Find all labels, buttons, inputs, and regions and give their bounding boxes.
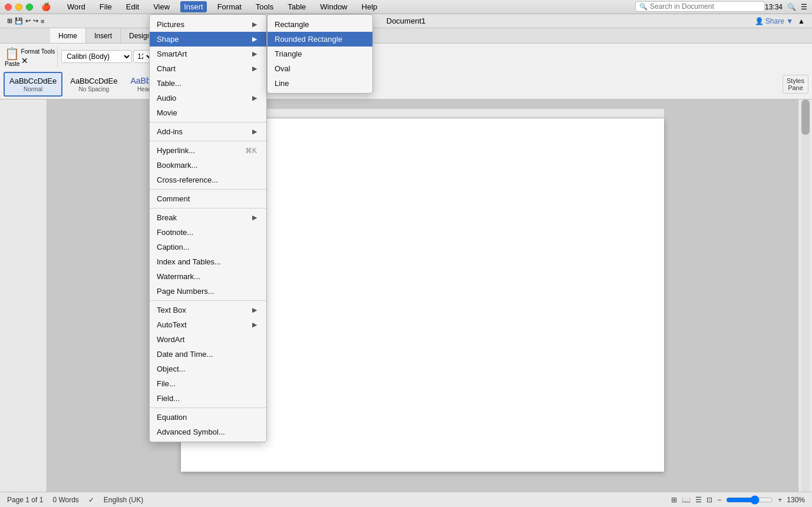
menu-item-crossref[interactable]: Cross-reference...	[150, 173, 266, 187]
tab-insert[interactable]: Insert	[86, 28, 121, 43]
menu-icon[interactable]: ☰	[801, 3, 807, 11]
statusbar: Page 1 of 1 0 Words ✓ English (UK) ⊞ 📖 ☰…	[0, 492, 812, 507]
menu-item-hyperlink[interactable]: Hyperlink... ⌘K	[150, 143, 266, 158]
search-magnify-icon: 🔍	[639, 3, 648, 11]
menubar-help[interactable]: Help	[358, 1, 381, 12]
focus-view-icon[interactable]: ⊡	[707, 496, 712, 504]
document-title: Document1	[387, 16, 425, 25]
statusbar-right: ⊞ 📖 ☰ ⊡ − + 130%	[671, 495, 805, 505]
submenu-oval[interactable]: Oval	[268, 61, 372, 76]
menu-item-movie[interactable]: Movie	[150, 105, 266, 120]
share-button[interactable]: 👤 Share ▼	[755, 17, 794, 25]
menubar-word[interactable]: Word	[64, 1, 89, 12]
menu-item-wordart[interactable]: WordArt	[150, 332, 266, 347]
separator-2	[150, 141, 266, 141]
menu-item-textbox[interactable]: Text Box ▶	[150, 303, 266, 317]
menu-item-audio[interactable]: Audio ▶	[150, 91, 266, 105]
maximize-button[interactable]	[26, 4, 33, 11]
menu-item-pagenumbers[interactable]: Page Numbers...	[150, 284, 266, 299]
styles-pane-button[interactable]: StylesPane	[783, 75, 808, 94]
menubar-view[interactable]: View	[150, 1, 173, 12]
zoom-level: 130%	[787, 496, 805, 504]
read-view-icon[interactable]: 📖	[682, 496, 691, 504]
toolbar-area: Document1 👤 Share ▼ ▲ ⊞ 💾 ↩ ↪ ≡ Home Ins…	[0, 14, 812, 100]
menu-item-shape[interactable]: Shape ▶	[150, 32, 266, 47]
menu-item-comment[interactable]: Comment	[150, 191, 266, 206]
close-button[interactable]	[5, 4, 12, 11]
minimize-button[interactable]	[15, 4, 22, 11]
style-normal[interactable]: AaBbCcDdEe Normal	[4, 72, 62, 97]
menu-item-addins[interactable]: Add-ins ▶	[150, 124, 266, 139]
menu-item-table[interactable]: Table...	[150, 76, 266, 91]
separator-4	[150, 208, 266, 208]
layout-view-icon[interactable]: ⊞	[671, 496, 677, 504]
word-count: 0 Words	[52, 496, 78, 504]
style-nospace-text: AaBbCcDdEe	[70, 77, 117, 85]
page-count: Page 1 of 1	[7, 496, 43, 504]
left-sidebar	[0, 100, 47, 506]
menu-item-break[interactable]: Break ▶	[150, 210, 266, 225]
menu-item-index[interactable]: Index and Tables...	[150, 254, 266, 269]
separator-3	[150, 189, 266, 190]
menu-item-equation[interactable]: Equation	[150, 410, 266, 425]
submenu-triangle[interactable]: Triangle	[268, 47, 372, 61]
menu-item-smartart[interactable]: SmartArt ▶	[150, 47, 266, 61]
menubar-format[interactable]: Format	[214, 1, 245, 12]
menu-item-autotext[interactable]: AutoText ▶	[150, 317, 266, 332]
menubar-table[interactable]: Table	[284, 1, 309, 12]
menubar-insert[interactable]: Insert	[180, 1, 207, 12]
tabs-row: Home Insert Design Layout	[0, 28, 812, 44]
scrollbar-track[interactable]	[801, 100, 810, 506]
search-bar: 🔍	[635, 1, 765, 12]
save-button[interactable]: 💾	[15, 17, 23, 25]
outline-view-icon[interactable]: ☰	[695, 496, 702, 504]
paste-section: 📋 Paste Format Tools ✕	[2, 46, 58, 67]
redo-button[interactable]: ↪	[33, 17, 38, 25]
zoom-slider[interactable]	[726, 495, 773, 505]
menubar-tools[interactable]: Tools	[252, 1, 277, 12]
proofing-icon[interactable]: ✓	[88, 496, 94, 504]
menu-item-bookmark[interactable]: Bookmark...	[150, 158, 266, 173]
search-icon[interactable]: 🔍	[787, 3, 796, 11]
menubar-items: 🍎 Word File Edit View Insert Format Tool…	[38, 1, 381, 12]
menubar-window[interactable]: Window	[316, 1, 351, 12]
menu-item-object[interactable]: Object...	[150, 362, 266, 376]
submenu-rounded-rect[interactable]: Rounded Rectangle	[268, 32, 372, 47]
sidebar-toggle[interactable]: ⊞	[7, 17, 12, 25]
scrollbar-thumb[interactable]	[801, 100, 810, 135]
submenu-rectangle[interactable]: Rectangle	[268, 17, 372, 32]
menu-item-field[interactable]: Field...	[150, 391, 266, 406]
submenu-line[interactable]: Line	[268, 76, 372, 91]
customize-button[interactable]: ≡	[41, 18, 44, 25]
search-input[interactable]	[650, 2, 761, 11]
menu-item-pictures[interactable]: Pictures ▶	[150, 17, 266, 32]
zoom-out-icon[interactable]: −	[717, 496, 721, 504]
menu-item-advsymbol[interactable]: Advanced Symbol...	[150, 425, 266, 439]
undo-button[interactable]: ↩	[25, 17, 31, 25]
paste-button[interactable]: 📋 Paste	[5, 47, 20, 67]
menu-item-datetime[interactable]: Date and Time...	[150, 347, 266, 362]
title-bar: Document1 👤 Share ▼ ▲ ⊞ 💾 ↩ ↪ ≡	[0, 14, 812, 28]
tab-home[interactable]: Home	[50, 28, 86, 43]
apple-menu[interactable]: 🍎	[38, 1, 54, 12]
format-tools-label: Format Tools	[21, 48, 55, 55]
style-nospace-label: No Spacing	[78, 86, 109, 92]
collapse-button[interactable]: ▲	[798, 17, 805, 25]
menu-item-footnote[interactable]: Footnote...	[150, 225, 266, 240]
font-selector[interactable]: Calibri (Body)	[61, 50, 132, 63]
window-controls-extra: ⊞ 💾 ↩ ↪ ≡	[7, 17, 44, 25]
menu-item-file[interactable]: File...	[150, 376, 266, 391]
separator-5	[150, 300, 266, 301]
clear-format-button[interactable]: ✕	[21, 56, 55, 65]
menu-item-watermark[interactable]: Watermark...	[150, 269, 266, 284]
paste-icon: 📋	[5, 47, 19, 61]
menu-item-caption[interactable]: Caption...	[150, 240, 266, 254]
menubar-edit[interactable]: Edit	[123, 1, 143, 12]
share-area: 👤 Share ▼ ▲	[755, 17, 805, 25]
style-nospace[interactable]: AaBbCcDdEe No Spacing	[65, 72, 123, 97]
style-normal-label: Normal	[24, 86, 42, 92]
zoom-in-icon[interactable]: +	[778, 496, 782, 504]
menubar-file[interactable]: File	[96, 1, 115, 12]
insert-menu: Pictures ▶ Shape ▶ SmartArt ▶ Chart ▶ Ta…	[149, 14, 267, 442]
menu-item-chart[interactable]: Chart ▶	[150, 61, 266, 76]
